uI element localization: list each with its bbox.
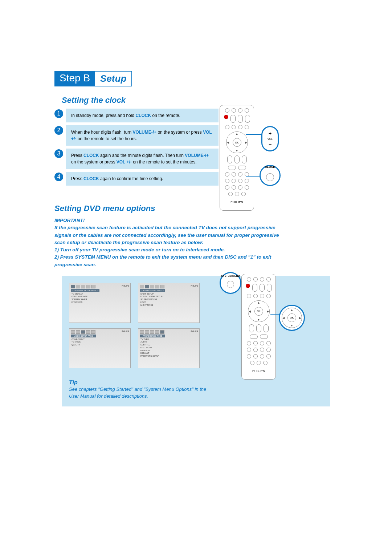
remote-body: OK ▲▼◀▶ PHILIPS bbox=[241, 274, 276, 380]
remote-button-icon bbox=[225, 185, 229, 190]
panel-item: AUDIO bbox=[140, 341, 198, 344]
remote-button-icon bbox=[228, 192, 233, 196]
remote-button-icon bbox=[260, 354, 264, 358]
dpad-icon: OK ▲▼◀▶ bbox=[248, 300, 270, 322]
remote-button-icon bbox=[238, 179, 242, 183]
remote-button-icon bbox=[238, 125, 242, 129]
text: When the hour digits flash, turn bbox=[71, 130, 132, 135]
remote-button-icon bbox=[230, 115, 236, 123]
keyword: VOL +/- bbox=[117, 159, 132, 165]
panel-item: SCREEN SAVER bbox=[71, 298, 129, 301]
tab-icon bbox=[91, 330, 95, 334]
tab-icon bbox=[150, 285, 154, 288]
remote-button-icon bbox=[232, 108, 236, 113]
tab-icon bbox=[71, 285, 75, 288]
keyword: VOLUME-/+ bbox=[185, 153, 209, 158]
panel-item: COMPONENT bbox=[71, 338, 129, 341]
remote-button-icon bbox=[228, 166, 236, 170]
clock-section: 1 In standby mode, press and hold CLOCK … bbox=[54, 109, 338, 186]
callout-line-icon bbox=[246, 134, 262, 135]
remote-button-icon bbox=[246, 284, 250, 288]
text: on the remote. bbox=[151, 113, 180, 118]
text: Press bbox=[71, 176, 83, 181]
remote-button-icon bbox=[260, 335, 268, 339]
remote-button-icon bbox=[266, 348, 271, 352]
step-text: In standby mode, press and hold CLOCK on… bbox=[66, 109, 219, 122]
system-menu-label: SYSTEM MENU bbox=[221, 275, 240, 277]
step-text: When the hour digits flash, turn VOLUME-… bbox=[66, 125, 219, 146]
ok-button-icon: OK bbox=[233, 138, 241, 147]
remote-illustration-clock: OK ▲▼◀▶ PHILIPS + VOL − CLOCK bbox=[220, 105, 332, 221]
text: on the system or press bbox=[71, 159, 117, 165]
panel-item: DISC MENU bbox=[140, 347, 198, 349]
tab-icon bbox=[81, 285, 85, 288]
panel-item: PARENTAL bbox=[140, 349, 198, 352]
menu-panel-preference: PHILIPS -- PREFERENCE PAGE -- TV TYPE AU… bbox=[138, 328, 200, 368]
step-text: Press CLOCK again to confirm the time se… bbox=[66, 172, 219, 186]
panel-item: DIVX® VOD bbox=[71, 301, 129, 304]
dvd-section: Setting DVD menu options IMPORTANT! If t… bbox=[54, 204, 338, 406]
remote-button-icon bbox=[224, 115, 228, 119]
text: Press bbox=[71, 153, 83, 158]
remote-button-icon bbox=[267, 284, 272, 292]
important-body: If the progressive scan feature is activ… bbox=[54, 224, 287, 246]
tab-icon bbox=[145, 285, 149, 288]
step-number: 3 bbox=[54, 149, 63, 158]
system-menu-button-icon bbox=[227, 281, 234, 288]
remote-button-icon bbox=[247, 294, 251, 298]
remote-button-icon bbox=[266, 341, 271, 345]
tab-icon bbox=[76, 285, 80, 288]
text: on the system or press bbox=[156, 130, 203, 135]
panel-brand: PHILIPS bbox=[122, 330, 129, 334]
text: again and the minute digits flash. Then … bbox=[99, 153, 185, 158]
remote-button-icon bbox=[232, 185, 236, 190]
clock-callout: CLOCK bbox=[260, 165, 281, 186]
remote-body: OK ▲▼◀▶ PHILIPS bbox=[220, 105, 254, 211]
text: on the remote to set the minutes. bbox=[132, 159, 197, 165]
ok-callout: OK ▲▼◀▶ bbox=[279, 305, 305, 331]
remote-button-icon bbox=[253, 354, 258, 358]
step-number: 2 bbox=[54, 126, 63, 135]
panel-title: -- AUDIO SETUP PAGE -- bbox=[140, 289, 165, 292]
tab-icon bbox=[140, 330, 144, 334]
remote-button-icon bbox=[250, 361, 254, 365]
system-menu-callout: SYSTEM MENU bbox=[220, 272, 241, 294]
remote-button-icon bbox=[245, 185, 249, 190]
tab-icon bbox=[76, 330, 80, 334]
tab-icon bbox=[155, 330, 159, 334]
tab-icon bbox=[81, 330, 85, 334]
panel-item: TV MODE bbox=[71, 341, 129, 344]
panel-item: DOLBY DIGITAL SETUP bbox=[140, 295, 198, 298]
panel-item: HDCD bbox=[140, 301, 198, 304]
remote-button-icon bbox=[253, 348, 258, 352]
ok-button-icon: OK bbox=[254, 307, 263, 316]
keyword: CLOCK bbox=[83, 176, 99, 181]
remote-button-icon bbox=[249, 324, 254, 332]
panel-brand: PHILIPS bbox=[122, 285, 129, 288]
vol-label: VOL bbox=[268, 138, 273, 140]
minus-icon: − bbox=[269, 142, 271, 147]
panel-item: 3D PROCESSING bbox=[140, 298, 198, 301]
panel-brand: PHILIPS bbox=[191, 285, 198, 288]
text: again to confirm the time setting. bbox=[99, 176, 163, 181]
important-step1: 1) Turn off your TV progressive scan mod… bbox=[54, 246, 287, 254]
remote-button-icon bbox=[242, 155, 247, 163]
remote-button-icon bbox=[250, 335, 258, 339]
brand-label: PHILIPS bbox=[230, 200, 243, 204]
panel-item: NIGHT MODE bbox=[140, 304, 198, 307]
text: on the remote to set the hours. bbox=[76, 136, 137, 141]
tip-body: See chapters "Getting Started" and "Syst… bbox=[69, 386, 214, 400]
remote-button-icon bbox=[257, 361, 261, 365]
important-block: IMPORTANT! If the progressive scan featu… bbox=[54, 217, 287, 268]
remote-button-icon bbox=[266, 354, 271, 358]
plus-icon: + bbox=[269, 130, 271, 136]
panel-title: -- VIDEO SETUP PAGE -- bbox=[71, 335, 96, 337]
remote-button-icon bbox=[245, 179, 249, 183]
remote-button-icon bbox=[260, 341, 264, 345]
step-label: Setup bbox=[95, 71, 132, 86]
remote-button-icon bbox=[225, 125, 229, 129]
important-step2: 2) Press SYSTEM MENU on the remote to ex… bbox=[54, 254, 287, 268]
tab-icon bbox=[91, 285, 95, 288]
step-number: 4 bbox=[54, 173, 63, 181]
remote-button-icon bbox=[247, 341, 251, 345]
